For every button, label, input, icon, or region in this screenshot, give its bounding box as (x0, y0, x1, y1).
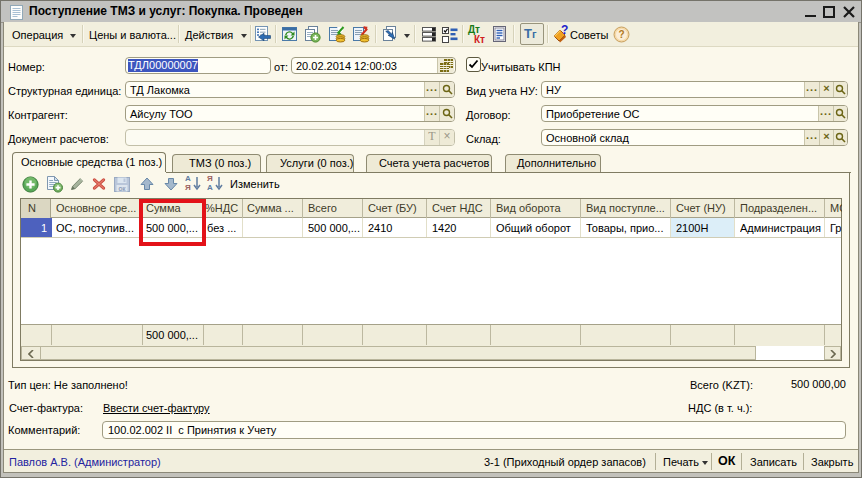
svg-text:ОК: ОК (119, 186, 127, 192)
svg-text:?: ? (618, 29, 624, 40)
